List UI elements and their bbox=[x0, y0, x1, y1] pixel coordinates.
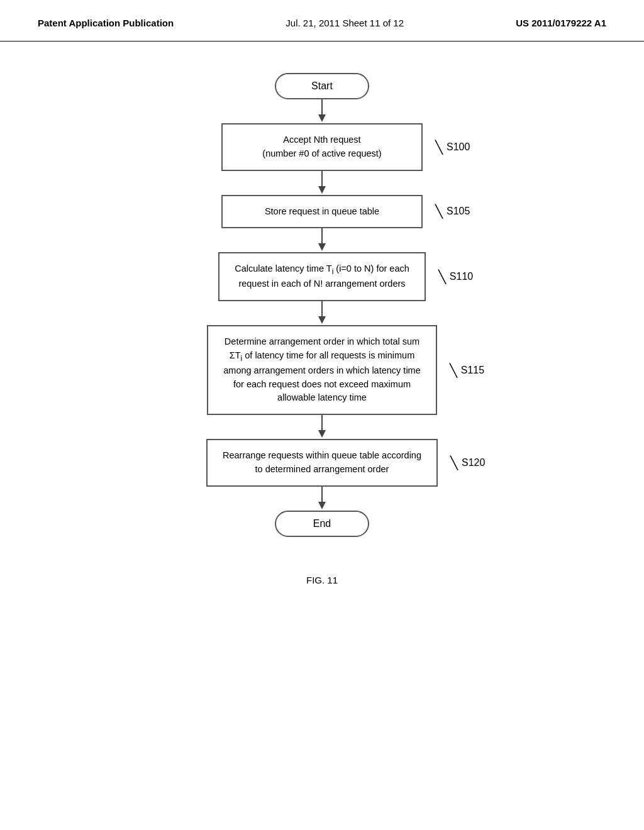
svg-marker-11 bbox=[318, 502, 326, 509]
step-s100: Accept Nth request(number #0 of active r… bbox=[221, 123, 423, 171]
arrow-6 bbox=[314, 487, 330, 511]
label-s120-text: S120 bbox=[462, 457, 485, 468]
hook-s120: ╲ bbox=[450, 455, 458, 470]
step-s115: Determine arrangement order in which tot… bbox=[207, 325, 437, 415]
step-s100-text: Accept Nth request(number #0 of active r… bbox=[262, 135, 381, 158]
page: Patent Application Publication Jul. 21, … bbox=[0, 0, 644, 830]
step-s120-text: Rearrange requests within queue table ac… bbox=[223, 450, 421, 474]
hook-s105: ╲ bbox=[435, 204, 443, 219]
label-s115-text: S115 bbox=[461, 365, 484, 376]
arrow-down-icon-5 bbox=[314, 415, 330, 439]
hook-s110: ╲ bbox=[438, 269, 446, 284]
arrow-1 bbox=[314, 99, 330, 123]
svg-marker-3 bbox=[318, 186, 326, 194]
arrow-3 bbox=[314, 228, 330, 252]
step-s105-box: Store request in queue table bbox=[221, 195, 423, 229]
svg-marker-7 bbox=[318, 316, 326, 324]
label-s110-text: S110 bbox=[450, 271, 473, 282]
arrow-down-icon-6 bbox=[314, 487, 330, 511]
svg-marker-9 bbox=[318, 430, 326, 438]
start-node: Start bbox=[275, 73, 369, 99]
step-s105: Store request in queue table ╲ S105 bbox=[221, 195, 423, 229]
end-node: End bbox=[275, 511, 369, 537]
step-s100-box: Accept Nth request(number #0 of active r… bbox=[221, 123, 423, 171]
step-s120: Rearrange requests within queue table ac… bbox=[206, 439, 438, 487]
step-s110: Calculate latency time Ti (i=0 to N) for… bbox=[218, 252, 426, 301]
svg-marker-5 bbox=[318, 243, 326, 251]
step-s110-label: ╲ S110 bbox=[438, 269, 473, 284]
step-s120-label: ╲ S120 bbox=[450, 455, 485, 470]
start-box: Start bbox=[275, 73, 369, 99]
hook-s100: ╲ bbox=[435, 140, 443, 155]
arrow-down-icon-2 bbox=[314, 171, 330, 195]
step-s100-label: ╲ S100 bbox=[435, 140, 470, 155]
step-s110-box: Calculate latency time Ti (i=0 to N) for… bbox=[218, 252, 426, 301]
svg-marker-1 bbox=[318, 114, 326, 122]
hook-s115: ╲ bbox=[450, 363, 457, 378]
arrow-down-icon-4 bbox=[314, 301, 330, 325]
step-s105-text: Store request in queue table bbox=[265, 206, 379, 216]
arrow-2 bbox=[314, 171, 330, 195]
header-patent-number: US 2011/0179222 A1 bbox=[516, 18, 606, 28]
header: Patent Application Publication Jul. 21, … bbox=[0, 0, 644, 42]
label-s100-text: S100 bbox=[447, 141, 470, 153]
arrow-down-icon-3 bbox=[314, 228, 330, 252]
flowchart-diagram: Start Accept Nth request(number #0 of ac… bbox=[0, 42, 644, 585]
end-box: End bbox=[275, 511, 369, 537]
header-publication: Patent Application Publication bbox=[38, 18, 174, 28]
step-s110-text: Calculate latency time Ti (i=0 to N) for… bbox=[235, 263, 409, 289]
label-s105-text: S105 bbox=[447, 206, 470, 217]
step-s115-label: ╲ S115 bbox=[450, 363, 484, 378]
arrow-5 bbox=[314, 415, 330, 439]
step-s120-box: Rearrange requests within queue table ac… bbox=[206, 439, 438, 487]
step-s115-box: Determine arrangement order in which tot… bbox=[207, 325, 437, 415]
step-s115-text: Determine arrangement order in which tot… bbox=[223, 336, 421, 402]
step-s105-label: ╲ S105 bbox=[435, 204, 470, 219]
arrow-4 bbox=[314, 301, 330, 325]
figure-caption: FIG. 11 bbox=[306, 575, 338, 585]
header-date-sheet: Jul. 21, 2011 Sheet 11 of 12 bbox=[286, 18, 404, 28]
arrow-down-icon bbox=[314, 99, 330, 123]
